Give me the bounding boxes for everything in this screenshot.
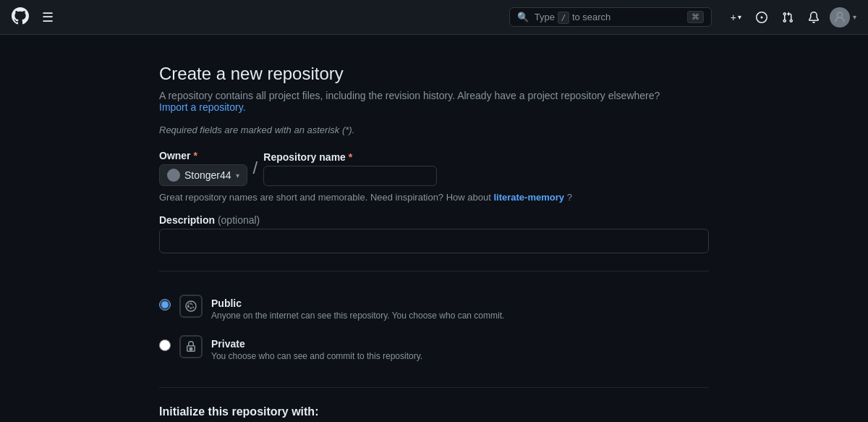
public-option[interactable]: Public Anyone on the internet can see th…: [159, 289, 709, 329]
private-radio[interactable]: [159, 339, 171, 351]
public-icon: [179, 295, 203, 318]
avatar[interactable]: [830, 7, 850, 28]
repo-name-input[interactable]: [263, 166, 437, 186]
public-radio[interactable]: [159, 299, 171, 311]
repo-name-label: Repository name *: [263, 151, 437, 163]
repo-name-required-star: *: [349, 151, 352, 163]
owner-field-group: Owner * Stonger44 ▾: [159, 150, 247, 186]
search-box[interactable]: 🔍 Type / to search ⌘: [509, 7, 712, 27]
search-icon: 🔍: [517, 12, 529, 22]
search-kbd-slash: /: [558, 12, 570, 24]
private-icon: [179, 335, 203, 358]
divider-1: [159, 271, 709, 271]
pullrequest-button[interactable]: [778, 9, 798, 26]
issues-button[interactable]: [752, 9, 772, 26]
public-content: Public Anyone on the internet can see th…: [211, 297, 709, 321]
description-input[interactable]: [159, 229, 709, 253]
new-chevron-icon: ▾: [738, 13, 741, 21]
owner-required-star: *: [193, 150, 197, 161]
notifications-button[interactable]: [804, 9, 824, 26]
description-label: Description (optional): [159, 214, 709, 226]
owner-avatar: [167, 169, 180, 182]
owner-dropdown[interactable]: Stonger44 ▾: [159, 164, 247, 186]
visibility-options: Public Anyone on the internet can see th…: [159, 289, 709, 370]
inspiration-text: Great repository names are short and mem…: [159, 192, 709, 203]
import-link[interactable]: Import a repository.: [159, 101, 246, 113]
inspiration-suggestion[interactable]: literate-memory: [493, 192, 564, 203]
initialize-title: Initialize this repository with:: [159, 405, 709, 418]
description-section: Description (optional): [159, 214, 709, 253]
page-title: Create a new repository: [159, 64, 709, 84]
required-note: Required fields are marked with an aster…: [159, 125, 709, 135]
avatar-chevron: ▾: [853, 13, 856, 21]
slash-separator: /: [253, 152, 258, 186]
private-content: Private You choose who can see and commi…: [211, 338, 709, 361]
new-button[interactable]: + ▾: [726, 9, 746, 26]
owner-repo-row: Owner * Stonger44 ▾ / Repository name *: [159, 150, 709, 186]
repo-name-field-group: Repository name *: [263, 151, 437, 186]
search-placeholder: Type / to search: [535, 12, 681, 22]
owner-label: Owner *: [159, 150, 247, 161]
private-option[interactable]: Private You choose who can see and commi…: [159, 329, 709, 370]
owner-chevron-icon: ▾: [236, 172, 239, 180]
search-keyboard-shortcut: ⌘: [687, 11, 704, 23]
top-navbar: ☰ 🔍 Type / to search ⌘ + ▾: [0, 0, 868, 35]
initialize-section: Initialize this repository with: Add a R…: [159, 405, 709, 422]
main-content: Create a new repository A repository con…: [145, 35, 723, 422]
github-icon: [12, 7, 29, 28]
hamburger-button[interactable]: ☰: [38, 7, 58, 28]
subtitle: A repository contains all project files,…: [159, 90, 709, 113]
divider-2: [159, 387, 709, 388]
ctrl-kbd: ⌘: [687, 11, 704, 23]
topnav-actions: + ▾ ▾: [726, 7, 856, 28]
owner-value: Stonger44: [184, 169, 231, 181]
